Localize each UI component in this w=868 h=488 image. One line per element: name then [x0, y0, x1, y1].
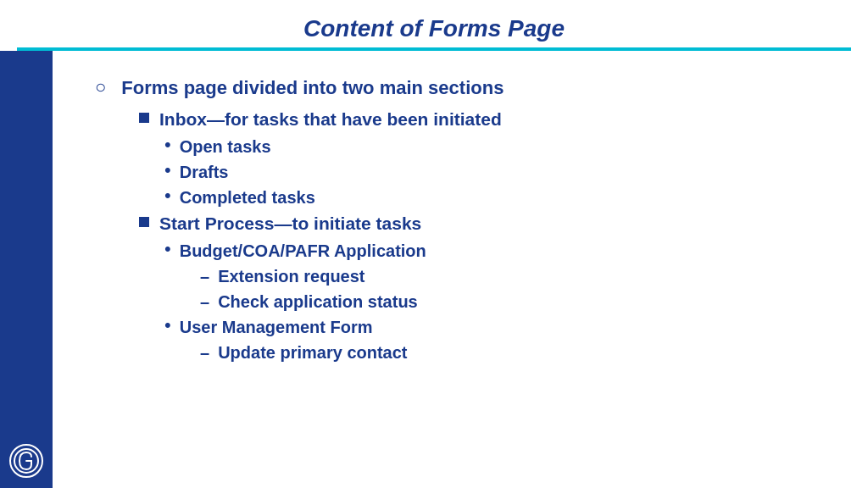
- slide-title: Content of Forms Page: [17, 8, 851, 47]
- list-item: • User Management Form: [164, 316, 834, 338]
- list-item: • Open tasks: [164, 136, 834, 158]
- list-item: – Update primary contact: [200, 341, 834, 363]
- dash-bullet: –: [200, 291, 209, 313]
- level2-text: Start Process—to initiate tasks: [159, 212, 421, 235]
- logo: [9, 444, 43, 478]
- list-item: • Budget/COA/PAFR Application: [164, 240, 834, 262]
- level3-startprocess-container: • Budget/COA/PAFR Application – Extensio…: [164, 240, 834, 363]
- dot-bullet: •: [164, 136, 171, 154]
- level1-text: Forms page divided into two main section…: [121, 76, 504, 101]
- list-item: • Completed tasks: [164, 186, 834, 208]
- dot-bullet: •: [164, 316, 171, 335]
- level4-user-container: – Update primary contact: [200, 341, 834, 363]
- dash-bullet: –: [200, 265, 209, 287]
- level4-text: Extension request: [218, 265, 364, 287]
- list-item: Inbox—for tasks that have been initiated: [139, 108, 834, 130]
- level4-text: Check application status: [218, 291, 418, 313]
- level2-text: Inbox—for tasks that have been initiated: [159, 108, 502, 130]
- level3-inbox-container: • Open tasks • Drafts • Completed tasks: [164, 136, 834, 208]
- dash-bullet: –: [200, 341, 209, 363]
- slide-header: Content of Forms Page: [0, 0, 868, 51]
- list-item: Start Process—to initiate tasks: [139, 212, 834, 235]
- level2-container: Inbox—for tasks that have been initiated…: [139, 108, 834, 364]
- dot-bullet: •: [164, 240, 171, 258]
- level4-budget-container: – Extension request – Check application …: [200, 265, 834, 313]
- list-item: – Extension request: [200, 265, 834, 287]
- square-bullet: [139, 217, 149, 227]
- dot-bullet: •: [164, 186, 171, 205]
- slide-content: ○ Forms page divided into two main secti…: [53, 51, 868, 488]
- dot-bullet: •: [164, 161, 171, 180]
- level3-text: Drafts: [180, 161, 229, 183]
- level3-text: Open tasks: [180, 136, 271, 158]
- list-item: – Check application status: [200, 291, 834, 313]
- sidebar: [0, 51, 53, 488]
- list-item: • Drafts: [164, 161, 834, 183]
- level4-text: Update primary contact: [218, 341, 407, 363]
- square-bullet: [139, 113, 149, 123]
- level3-text: Completed tasks: [180, 186, 315, 208]
- level3-text: Budget/COA/PAFR Application: [180, 240, 426, 262]
- level3-text: User Management Form: [180, 316, 373, 338]
- circle-bullet: ○: [95, 78, 106, 97]
- list-item: ○ Forms page divided into two main secti…: [95, 76, 834, 101]
